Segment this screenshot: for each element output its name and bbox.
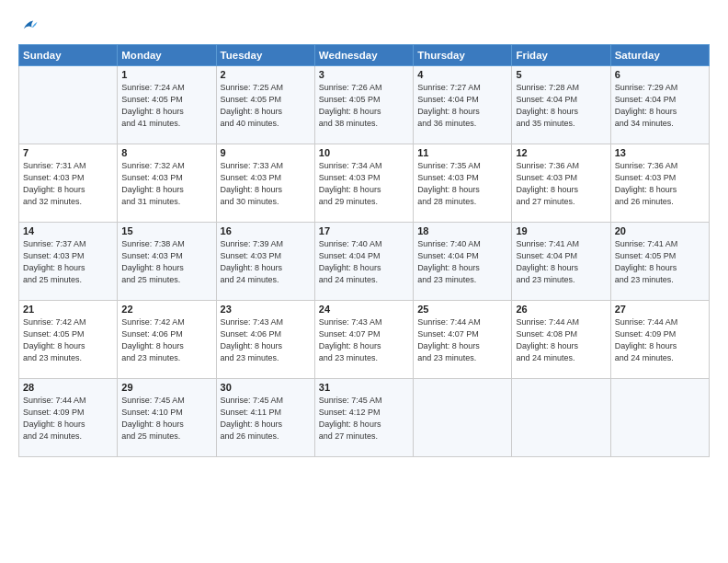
calendar-cell: 11Sunrise: 7:35 AMSunset: 4:03 PMDayligh… (414, 144, 512, 223)
day-number: 12 (516, 147, 606, 158)
cell-info: Sunrise: 7:34 AMSunset: 4:03 PMDaylight:… (319, 160, 409, 208)
calendar-cell: 30Sunrise: 7:45 AMSunset: 4:11 PMDayligh… (216, 379, 314, 457)
calendar-cell: 26Sunrise: 7:44 AMSunset: 4:08 PMDayligh… (512, 301, 610, 379)
logo (18, 17, 40, 37)
day-number: 18 (417, 225, 507, 236)
day-number: 8 (121, 147, 211, 158)
cell-info: Sunrise: 7:40 AMSunset: 4:04 PMDaylight:… (319, 238, 409, 286)
calendar-cell: 19Sunrise: 7:41 AMSunset: 4:04 PMDayligh… (512, 223, 610, 301)
day-number: 30 (221, 382, 311, 393)
cell-info: Sunrise: 7:28 AMSunset: 4:04 PMDaylight:… (516, 82, 606, 130)
cell-info: Sunrise: 7:44 AMSunset: 4:09 PMDaylight:… (23, 395, 113, 442)
day-number: 31 (319, 382, 409, 393)
day-number: 13 (615, 147, 705, 158)
day-number: 17 (319, 225, 409, 236)
calendar-cell: 17Sunrise: 7:40 AMSunset: 4:04 PMDayligh… (314, 223, 413, 301)
cell-info: Sunrise: 7:31 AMSunset: 4:03 PMDaylight:… (23, 160, 113, 208)
calendar-cell: 29Sunrise: 7:45 AMSunset: 4:10 PMDayligh… (118, 379, 216, 457)
calendar-cell: 3Sunrise: 7:26 AMSunset: 4:05 PMDaylight… (314, 66, 413, 144)
cell-info: Sunrise: 7:26 AMSunset: 4:05 PMDaylight:… (319, 82, 409, 130)
cell-info: Sunrise: 7:43 AMSunset: 4:07 PMDaylight:… (319, 316, 409, 364)
calendar-cell: 23Sunrise: 7:43 AMSunset: 4:06 PMDayligh… (216, 301, 314, 379)
day-number: 29 (121, 382, 211, 393)
cell-info: Sunrise: 7:27 AMSunset: 4:04 PMDaylight:… (417, 82, 507, 130)
calendar-cell (512, 379, 610, 457)
cell-info: Sunrise: 7:45 AMSunset: 4:10 PMDaylight:… (121, 395, 211, 442)
calendar-cell (414, 379, 512, 457)
day-number: 28 (23, 382, 113, 393)
week-row-1: 1Sunrise: 7:24 AMSunset: 4:05 PMDaylight… (19, 66, 710, 144)
calendar-table: SundayMondayTuesdayWednesdayThursdayFrid… (18, 44, 710, 457)
calendar-cell: 14Sunrise: 7:37 AMSunset: 4:03 PMDayligh… (19, 223, 118, 301)
logo-bird-icon (18, 17, 39, 37)
week-row-2: 7Sunrise: 7:31 AMSunset: 4:03 PMDaylight… (19, 144, 710, 223)
day-number: 14 (23, 225, 113, 236)
cell-info: Sunrise: 7:44 AMSunset: 4:09 PMDaylight:… (615, 316, 705, 364)
calendar-cell: 21Sunrise: 7:42 AMSunset: 4:05 PMDayligh… (19, 301, 118, 379)
day-number: 23 (221, 304, 311, 315)
day-number: 26 (516, 304, 606, 315)
cell-info: Sunrise: 7:41 AMSunset: 4:04 PMDaylight:… (516, 238, 606, 286)
calendar-cell: 10Sunrise: 7:34 AMSunset: 4:03 PMDayligh… (314, 144, 413, 223)
header (18, 17, 710, 37)
calendar-cell: 12Sunrise: 7:36 AMSunset: 4:03 PMDayligh… (512, 144, 610, 223)
cell-info: Sunrise: 7:43 AMSunset: 4:06 PMDaylight:… (221, 316, 311, 364)
col-header-tuesday: Tuesday (216, 45, 314, 66)
day-number: 21 (23, 304, 113, 315)
cell-info: Sunrise: 7:42 AMSunset: 4:06 PMDaylight:… (121, 316, 211, 364)
col-header-saturday: Saturday (610, 45, 709, 66)
cell-info: Sunrise: 7:24 AMSunset: 4:05 PMDaylight:… (121, 82, 211, 130)
day-number: 2 (221, 69, 311, 80)
calendar-cell: 7Sunrise: 7:31 AMSunset: 4:03 PMDaylight… (19, 144, 118, 223)
day-number: 3 (319, 69, 409, 80)
col-header-sunday: Sunday (19, 45, 118, 66)
day-number: 27 (615, 304, 705, 315)
day-number: 5 (516, 69, 606, 80)
calendar-cell: 24Sunrise: 7:43 AMSunset: 4:07 PMDayligh… (314, 301, 413, 379)
col-header-friday: Friday (512, 45, 610, 66)
cell-info: Sunrise: 7:39 AMSunset: 4:03 PMDaylight:… (221, 238, 311, 286)
calendar-cell: 8Sunrise: 7:32 AMSunset: 4:03 PMDaylight… (118, 144, 216, 223)
page: SundayMondayTuesdayWednesdayThursdayFrid… (0, 0, 728, 563)
calendar-cell: 22Sunrise: 7:42 AMSunset: 4:06 PMDayligh… (118, 301, 216, 379)
day-number: 15 (121, 225, 211, 236)
day-number: 4 (417, 69, 507, 80)
col-header-monday: Monday (118, 45, 216, 66)
day-number: 20 (615, 225, 705, 236)
day-number: 9 (221, 147, 311, 158)
calendar-cell: 31Sunrise: 7:45 AMSunset: 4:12 PMDayligh… (314, 379, 413, 457)
cell-info: Sunrise: 7:33 AMSunset: 4:03 PMDaylight:… (221, 160, 311, 208)
week-row-3: 14Sunrise: 7:37 AMSunset: 4:03 PMDayligh… (19, 223, 710, 301)
cell-info: Sunrise: 7:37 AMSunset: 4:03 PMDaylight:… (23, 238, 113, 286)
cell-info: Sunrise: 7:36 AMSunset: 4:03 PMDaylight:… (615, 160, 705, 208)
calendar-cell: 2Sunrise: 7:25 AMSunset: 4:05 PMDaylight… (216, 66, 314, 144)
calendar-cell: 13Sunrise: 7:36 AMSunset: 4:03 PMDayligh… (610, 144, 709, 223)
day-number: 11 (417, 147, 507, 158)
calendar-cell: 20Sunrise: 7:41 AMSunset: 4:05 PMDayligh… (610, 223, 709, 301)
cell-info: Sunrise: 7:29 AMSunset: 4:04 PMDaylight:… (615, 82, 705, 130)
cell-info: Sunrise: 7:41 AMSunset: 4:05 PMDaylight:… (615, 238, 705, 286)
day-number: 6 (615, 69, 705, 80)
calendar-cell: 25Sunrise: 7:44 AMSunset: 4:07 PMDayligh… (414, 301, 512, 379)
day-number: 10 (319, 147, 409, 158)
col-header-thursday: Thursday (414, 45, 512, 66)
cell-info: Sunrise: 7:42 AMSunset: 4:05 PMDaylight:… (23, 316, 113, 364)
day-number: 1 (121, 69, 211, 80)
cell-info: Sunrise: 7:35 AMSunset: 4:03 PMDaylight:… (417, 160, 507, 208)
cell-info: Sunrise: 7:45 AMSunset: 4:12 PMDaylight:… (319, 395, 409, 442)
calendar-cell (19, 66, 118, 144)
day-number: 22 (121, 304, 211, 315)
cell-info: Sunrise: 7:38 AMSunset: 4:03 PMDaylight:… (121, 238, 211, 286)
calendar-cell: 27Sunrise: 7:44 AMSunset: 4:09 PMDayligh… (610, 301, 709, 379)
week-row-5: 28Sunrise: 7:44 AMSunset: 4:09 PMDayligh… (19, 379, 710, 457)
calendar-cell (610, 379, 709, 457)
header-row: SundayMondayTuesdayWednesdayThursdayFrid… (19, 45, 710, 66)
day-number: 24 (319, 304, 409, 315)
day-number: 16 (221, 225, 311, 236)
cell-info: Sunrise: 7:25 AMSunset: 4:05 PMDaylight:… (221, 82, 311, 130)
day-number: 19 (516, 225, 606, 236)
calendar-cell: 15Sunrise: 7:38 AMSunset: 4:03 PMDayligh… (118, 223, 216, 301)
day-number: 25 (417, 304, 507, 315)
calendar-cell: 16Sunrise: 7:39 AMSunset: 4:03 PMDayligh… (216, 223, 314, 301)
calendar-cell: 6Sunrise: 7:29 AMSunset: 4:04 PMDaylight… (610, 66, 709, 144)
